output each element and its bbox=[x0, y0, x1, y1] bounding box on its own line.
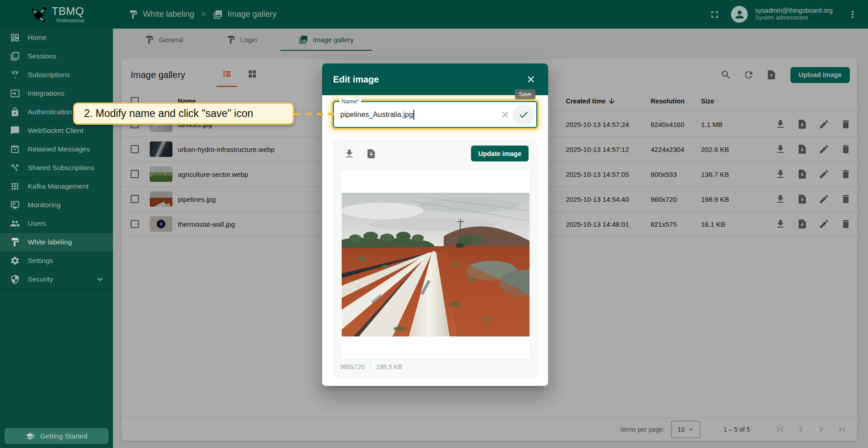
monitor-icon bbox=[10, 200, 20, 210]
home-icon bbox=[10, 33, 20, 43]
breadcrumb-image-gallery[interactable]: Image gallery bbox=[227, 10, 276, 19]
sidebar-item-home[interactable]: Home bbox=[0, 29, 113, 47]
sidebar-item-sessions[interactable]: Sessions bbox=[0, 47, 113, 66]
meta-divider bbox=[370, 363, 371, 371]
more-vert-icon bbox=[847, 9, 858, 20]
sidebar-item-users[interactable]: Users bbox=[0, 214, 113, 233]
user-email: sysadmin@thingsboard.org bbox=[755, 7, 833, 15]
file-export-icon bbox=[366, 148, 377, 159]
sidebar-item-security[interactable]: Security bbox=[0, 270, 113, 289]
people-icon bbox=[10, 219, 20, 229]
annotation-connector-line bbox=[294, 113, 334, 115]
sidebar-item-label: Settings bbox=[28, 257, 53, 265]
update-image-button[interactable]: Update image bbox=[471, 146, 529, 161]
gallery-icon bbox=[213, 10, 223, 19]
sidebar-item-label: WebSocket Client bbox=[28, 127, 83, 135]
sidebar-item-label: Kafka Management bbox=[28, 182, 88, 190]
sidebar-item-label: Shared Subscriptions bbox=[28, 164, 94, 172]
close-icon bbox=[525, 74, 536, 85]
chat-icon bbox=[10, 126, 20, 136]
getting-started-label: Getting Started bbox=[40, 432, 87, 440]
breadcrumb: White labeling > Image gallery bbox=[128, 10, 276, 19]
call-split-icon bbox=[10, 163, 20, 173]
sidebar-item-white-labeling[interactable]: White labeling bbox=[0, 233, 113, 252]
export-image-button[interactable] bbox=[362, 145, 380, 163]
person-icon bbox=[734, 9, 745, 20]
brand-logo[interactable]: TBMQ Professional bbox=[0, 5, 113, 24]
annotation-text: 2. Modify name and click "save" icon bbox=[84, 107, 253, 120]
breadcrumb-white-labeling[interactable]: White labeling bbox=[143, 10, 194, 19]
annotation-callout: 2. Modify name and click "save" icon bbox=[73, 102, 294, 125]
dialog-header: Edit image bbox=[322, 63, 548, 95]
sidebar-item-label: Home bbox=[28, 34, 46, 42]
download-icon bbox=[344, 148, 355, 159]
shield-icon bbox=[10, 274, 20, 284]
image-size-value: 198.9 KB bbox=[376, 363, 402, 370]
fullscreen-button[interactable] bbox=[706, 5, 724, 24]
avatar[interactable] bbox=[731, 6, 748, 23]
sidebar-item-integrations[interactable]: Integrations bbox=[0, 84, 113, 103]
close-dialog-button[interactable] bbox=[523, 71, 539, 88]
sidebar-item-monitoring[interactable]: Monitoring bbox=[0, 196, 113, 214]
paint-roller-icon bbox=[128, 10, 138, 19]
sidebar-item-label: Subscriptions bbox=[28, 71, 70, 79]
breadcrumb-separator: > bbox=[201, 10, 206, 19]
image-meta: 960x720 198.9 KB bbox=[340, 363, 402, 371]
sidebar-item-label: Retained Messages bbox=[28, 145, 90, 153]
archive-icon bbox=[10, 144, 20, 154]
sidebar-item-retained-messages[interactable]: Retained Messages bbox=[0, 140, 113, 159]
sidebar-item-settings[interactable]: Settings bbox=[0, 252, 113, 270]
pipelines-photo bbox=[342, 193, 530, 336]
chevron-down-icon bbox=[95, 274, 105, 284]
apps-grid-icon bbox=[10, 181, 20, 191]
brand-name: TBMQ bbox=[52, 6, 84, 17]
school-icon bbox=[25, 432, 34, 441]
image-resolution-value: 960x720 bbox=[340, 363, 365, 370]
sessions-icon bbox=[10, 51, 20, 61]
sidebar-item-label: Monitoring bbox=[28, 201, 60, 209]
tbmq-logo-icon bbox=[29, 5, 48, 24]
gear-icon bbox=[10, 256, 20, 266]
sidebar-item-label: Sessions bbox=[28, 52, 56, 60]
paint-roller-icon bbox=[10, 237, 20, 247]
text-cursor bbox=[413, 110, 414, 120]
check-icon bbox=[518, 109, 529, 120]
funnel-icon bbox=[10, 70, 20, 80]
dialog-title: Edit image bbox=[333, 74, 379, 85]
save-name-button[interactable] bbox=[513, 104, 534, 125]
clear-name-button[interactable] bbox=[497, 107, 513, 123]
image-preview-frame bbox=[340, 169, 530, 360]
image-name-input[interactable]: pipelines_Australia.jpg bbox=[340, 111, 413, 119]
edit-image-dialog: Edit image Save Name* pipelines_Australi… bbox=[322, 63, 548, 386]
sidebar-item-kafka-management[interactable]: Kafka Management bbox=[0, 177, 113, 196]
sidebar-item-label: Authentication bbox=[28, 108, 72, 116]
top-header: TBMQ Professional White labeling > Image… bbox=[0, 0, 868, 29]
lock-icon bbox=[10, 107, 20, 117]
getting-started-button[interactable]: Getting Started bbox=[5, 428, 108, 444]
download-image-button[interactable] bbox=[340, 145, 358, 163]
name-field-label: Name* bbox=[339, 98, 361, 105]
brand-edition: Professional bbox=[52, 18, 84, 23]
sidebar-item-label: Users bbox=[28, 219, 46, 228]
app-root: TBMQ Professional White labeling > Image… bbox=[0, 0, 868, 448]
clear-x-icon bbox=[500, 110, 510, 120]
sidebar-item-label: White labeling bbox=[28, 238, 72, 246]
fullscreen-icon bbox=[709, 9, 720, 20]
user-menu-button[interactable] bbox=[843, 5, 862, 24]
sidebar-item-label: Integrations bbox=[28, 89, 64, 97]
image-panel: Update image bbox=[333, 140, 537, 377]
sidebar-item-shared-subscriptions[interactable]: Shared Subscriptions bbox=[0, 159, 113, 177]
sidebar: Home Sessions Subscriptions Integrations… bbox=[0, 29, 113, 448]
save-tooltip: Save bbox=[515, 89, 535, 99]
user-role: System administrator bbox=[755, 15, 833, 22]
image-name-field[interactable]: Name* pipelines_Australia.jpg bbox=[333, 101, 537, 128]
sidebar-item-label: Security bbox=[28, 275, 53, 283]
sidebar-item-subscriptions[interactable]: Subscriptions bbox=[0, 66, 113, 84]
input-icon bbox=[10, 88, 20, 98]
